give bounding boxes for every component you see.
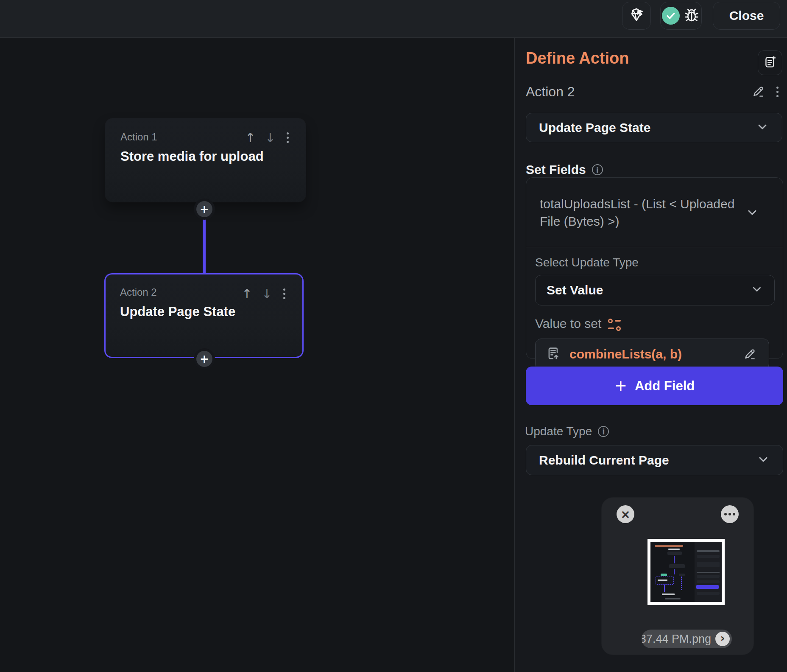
check-circle-icon — [662, 7, 680, 25]
copy-document-plus-icon — [763, 55, 777, 71]
attachment-options-button[interactable] — [721, 505, 739, 523]
close-x-icon: × — [620, 507, 630, 521]
rebuild-type-select[interactable]: Rebuild Current Page — [526, 445, 783, 475]
document-upload-icon — [546, 346, 561, 363]
flow-canvas[interactable]: Action 1 Store media for upload ↑ ↓ Acti… — [0, 38, 514, 672]
add-action-after-button[interactable]: + — [196, 351, 212, 367]
ellipsis-icon — [724, 513, 735, 515]
action-type-value: Update Page State — [539, 120, 756, 135]
node-menu-icon[interactable] — [285, 131, 290, 145]
move-down-icon[interactable]: ↓ — [262, 286, 272, 301]
copy-action-button[interactable] — [758, 50, 782, 75]
view-code-button[interactable] — [622, 2, 651, 30]
chevron-down-icon — [756, 453, 770, 468]
field-select-value: totalUploadsList - (List < Uploaded File… — [540, 195, 742, 230]
attachment-card: × — [602, 498, 754, 655]
define-action-panel: Define Action Action 2 — [515, 38, 787, 672]
attachment-filename: 11.37.44 PM.png — [642, 633, 711, 646]
info-icon: i — [598, 426, 609, 437]
thumbnail-screenshot-preview — [650, 542, 722, 602]
move-up-icon[interactable]: ↑ — [245, 130, 256, 145]
info-icon: i — [592, 164, 603, 175]
node-menu-icon[interactable] — [282, 287, 287, 301]
update-type-select[interactable]: Set Value — [535, 275, 775, 305]
chevron-down-icon — [756, 120, 769, 135]
topbar: Close — [0, 0, 787, 38]
set-fields-group: totalUploadsList - (List < Uploaded File… — [526, 177, 783, 359]
panel-heading: Define Action — [526, 49, 629, 67]
chevron-down-icon — [751, 283, 763, 297]
add-action-between-button[interactable]: + — [196, 201, 212, 217]
add-field-button[interactable]: + Add Field — [526, 367, 783, 405]
add-field-label: Add Field — [635, 378, 695, 394]
action-flow-editor: Close Action 1 Store media for upload ↑ … — [0, 0, 787, 672]
action-node-title: Store media for upload — [120, 149, 290, 164]
plus-icon: + — [614, 377, 627, 394]
bug-icon — [683, 6, 700, 25]
chevron-down-icon — [745, 206, 759, 221]
rebuild-type-value: Rebuild Current Page — [539, 453, 756, 468]
attachment-filename-pill[interactable]: 11.37.44 PM.png › — [642, 630, 732, 648]
attachment-thumbnail-image[interactable] — [647, 539, 725, 605]
value-to-set-label: Value to set — [535, 316, 601, 331]
test-debug-button[interactable] — [660, 2, 702, 30]
set-fields-label: Set Fields — [526, 162, 586, 177]
remove-attachment-button[interactable]: × — [617, 505, 634, 523]
action-node-title: Update Page State — [120, 304, 288, 319]
action-menu-icon[interactable] — [775, 85, 780, 99]
rename-action-pencil-icon[interactable] — [749, 83, 767, 101]
value-expression-text: combineLists(a, b) — [569, 347, 732, 361]
value-expression-field[interactable]: combineLists(a, b) — [535, 339, 769, 370]
close-button-label: Close — [729, 8, 764, 23]
close-button[interactable]: Close — [713, 2, 780, 30]
action-node-2-selected[interactable]: Action 2 Update Page State ↑ ↓ — [104, 273, 304, 358]
selected-action-name: Action 2 — [526, 84, 575, 100]
move-down-icon[interactable]: ↓ — [265, 130, 276, 145]
update-type-value: Set Value — [547, 283, 751, 297]
field-select[interactable]: totalUploadsList - (List < Uploaded File… — [526, 178, 783, 247]
move-up-icon[interactable]: ↑ — [242, 286, 252, 301]
gem-cursor-icon — [628, 7, 645, 25]
chevron-right-icon[interactable]: › — [715, 632, 730, 646]
update-type-label: Update Type — [525, 425, 592, 438]
variable-settings-icon — [608, 319, 621, 331]
action-node-1[interactable]: Action 1 Store media for upload ↑ ↓ — [105, 118, 306, 202]
plus-icon: + — [200, 203, 209, 216]
edit-expression-pencil-icon[interactable] — [741, 345, 759, 363]
select-update-type-label: Select Update Type — [535, 256, 774, 269]
plus-icon: + — [200, 353, 209, 365]
action-type-select[interactable]: Update Page State — [526, 113, 782, 142]
